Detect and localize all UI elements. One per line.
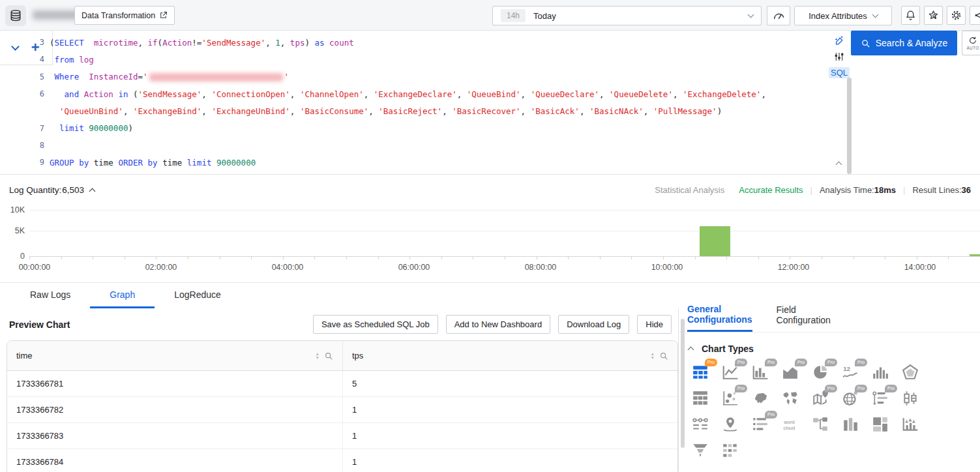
charttype-word-cloud-icon[interactable]: wordcloud xyxy=(782,416,799,433)
charttype-radar-chart-icon[interactable] xyxy=(902,364,919,381)
charttype-scatter-chart-icon[interactable]: Pro xyxy=(722,390,739,407)
config-panel: General Configurations Field Configurati… xyxy=(678,308,980,471)
column-search-icon[interactable] xyxy=(659,351,668,361)
download-log-button[interactable]: Download Log xyxy=(558,315,629,334)
x-axis-label: 02:00:00 xyxy=(145,263,177,272)
charttype-treemap-icon[interactable] xyxy=(872,416,889,433)
charttype-table-icon[interactable]: Pro xyxy=(692,364,709,381)
sort-icon[interactable]: ▲▼ xyxy=(651,352,655,359)
time-range-picker[interactable]: 14h Today xyxy=(492,6,762,25)
add-to-dashboard-button[interactable]: Add to New Dashboard xyxy=(446,315,550,334)
settings-gear-button[interactable] xyxy=(947,6,966,25)
pro-badge: Pro xyxy=(705,359,717,366)
pro-badge: Pro xyxy=(885,385,897,392)
pro-badge: Pro xyxy=(825,385,837,392)
table-row[interactable]: 17333667841 xyxy=(7,449,677,472)
filter-sliders-icon[interactable] xyxy=(834,52,844,62)
ai-magic-pen-icon[interactable] xyxy=(834,35,845,46)
charttype-sankey-icon[interactable] xyxy=(812,416,829,433)
charttype-time-histogram-icon[interactable] xyxy=(902,416,919,433)
pro-badge: Pro xyxy=(825,359,837,366)
statistical-analysis-link[interactable]: Statistical Analysis xyxy=(655,185,724,195)
collapse-histogram-icon[interactable] xyxy=(89,188,96,194)
collapse-editor-icon[interactable] xyxy=(837,158,841,170)
charttype-location-pin-icon[interactable] xyxy=(722,416,739,433)
charttype-bar-compare-icon[interactable] xyxy=(842,416,859,433)
cell-tps: 1 xyxy=(343,423,366,449)
x-axis-label: 00:00:00 xyxy=(19,263,51,272)
topbar: Data Transformation 14h Today Index Attr… xyxy=(0,0,980,31)
y-tick-10k: 10K xyxy=(0,205,25,214)
chevron-down-icon xyxy=(748,12,754,18)
sql-mode-badge[interactable]: SQL xyxy=(829,67,850,78)
result-table: time ▲▼ tps ▲▼ xyxy=(7,340,678,472)
log-histogram[interactable]: 10K 5K 0 00:00:0002:00:0004:00:0006:00:0… xyxy=(0,205,980,278)
charttype-progress-bar-icon[interactable]: Pro xyxy=(872,390,889,407)
hide-button[interactable]: Hide xyxy=(637,315,672,334)
log-quantity-value: 6,503 xyxy=(62,185,84,195)
column-search-icon[interactable] xyxy=(324,351,333,361)
editor-scrollbar[interactable] xyxy=(847,78,852,174)
chart-types-title: Chart Types xyxy=(702,344,754,354)
sql-code[interactable]: 3(SELECT microtime, if(Action!='SendMess… xyxy=(0,34,766,171)
column-header-time[interactable]: time ▲▼ xyxy=(7,341,343,370)
collapse-chart-types-icon[interactable] xyxy=(688,347,694,353)
data-transformation-label: Data Transformation xyxy=(82,11,155,20)
chart-type-grid: ProProProProPro12ProProProProProProwordc… xyxy=(679,354,932,459)
middle-scrollbar[interactable] xyxy=(681,319,685,448)
histogram-bar[interactable] xyxy=(970,254,980,256)
x-axis-label: 12:00:00 xyxy=(778,263,810,272)
result-lines-label: Result Lines: xyxy=(912,185,961,195)
share-button[interactable] xyxy=(970,6,980,25)
tab-general-configurations[interactable]: General Configurations xyxy=(687,304,752,332)
x-axis-label: 08:00:00 xyxy=(525,263,557,272)
charttype-china-map-icon[interactable] xyxy=(752,390,769,407)
y-tick-5k: 5K xyxy=(0,226,25,235)
alerts-bell-button[interactable] xyxy=(901,6,920,25)
charttype-matrix-icon[interactable] xyxy=(722,442,739,459)
charttype-histogram-icon[interactable] xyxy=(872,364,889,381)
charttype-line-chart-icon[interactable]: Pro xyxy=(722,364,739,381)
charttype-world-map-icon[interactable] xyxy=(782,390,799,407)
result-lines-value: 36 xyxy=(962,185,971,195)
svg-text:12: 12 xyxy=(843,365,850,372)
search-analyze-button[interactable]: Search & Analyze xyxy=(851,31,957,55)
analysis-time-label: Analysis Time: xyxy=(820,185,874,195)
charttype-amap-icon[interactable]: Pro xyxy=(812,390,829,407)
x-axis-label: 06:00:00 xyxy=(398,263,430,272)
index-attributes-dropdown[interactable]: Index Attributes xyxy=(794,6,892,25)
query-editor[interactable]: + 3(SELECT microtime, if(Action!='SendMe… xyxy=(0,31,980,175)
column-header-tps[interactable]: tps ▲▼ xyxy=(343,341,677,370)
charttype-flow-chart-icon[interactable]: Pro xyxy=(782,364,799,381)
time-range-label: Today xyxy=(533,11,556,21)
charttype-box-plot-icon[interactable] xyxy=(902,390,919,407)
charttype-pie-chart-icon[interactable]: Pro xyxy=(812,364,829,381)
x-axis-label: 10:00:00 xyxy=(651,263,683,272)
tab-logreduce[interactable]: LogReduce xyxy=(155,283,241,308)
charttype-word-rank-icon[interactable]: Pro xyxy=(752,416,769,433)
tab-field-configuration[interactable]: Field Configuration xyxy=(777,304,831,332)
cell-time: 1733366782 xyxy=(7,397,343,422)
table-row[interactable]: 17333667831 xyxy=(7,423,677,449)
histogram-bar[interactable] xyxy=(700,226,730,256)
charttype-single-value-icon[interactable]: 12Pro xyxy=(842,364,859,381)
x-axis-label: 04:00:00 xyxy=(272,263,304,272)
external-link-icon xyxy=(159,11,168,20)
saved-search-star-button[interactable] xyxy=(924,6,943,25)
charttype-bar-chart-icon[interactable]: Pro xyxy=(752,364,769,381)
graph-result-area: Preview Chart Save as Scheduled SQL Job … xyxy=(0,308,678,471)
tab-raw-logs[interactable]: Raw Logs xyxy=(10,283,90,308)
table-row[interactable]: 17333667815 xyxy=(7,371,677,397)
charttype-globe-map-icon[interactable]: Pro xyxy=(842,390,859,407)
tab-graph[interactable]: Graph xyxy=(90,283,155,308)
preview-chart-title: Preview Chart xyxy=(9,319,70,330)
charttype-timeline-icon[interactable] xyxy=(692,416,709,433)
charttype-funnel-icon[interactable] xyxy=(692,442,709,459)
auto-refresh-button[interactable]: AUTO xyxy=(962,31,980,55)
table-row[interactable]: 17333667821 xyxy=(7,397,677,423)
data-transformation-button[interactable]: Data Transformation xyxy=(74,6,175,25)
charttype-cross-table-icon[interactable] xyxy=(692,390,709,407)
sort-icon[interactable]: ▲▼ xyxy=(316,352,319,359)
save-scheduled-sql-button[interactable]: Save as Scheduled SQL Job xyxy=(313,315,438,334)
scan-mode-gauge-button[interactable] xyxy=(767,6,790,25)
